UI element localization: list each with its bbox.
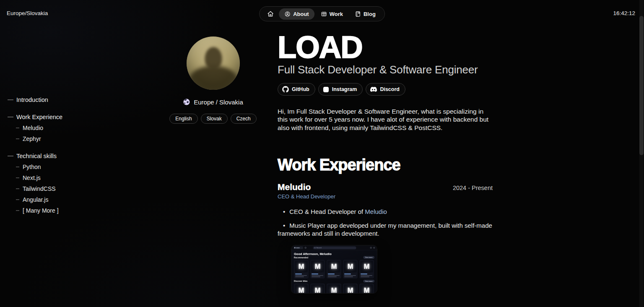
album-art: M [311,261,324,273]
app-section-label: Recommended [294,256,308,259]
nav-home-button[interactable] [263,8,278,20]
dash-icon [16,188,19,189]
app-search-placeholder: Search [317,247,322,249]
app-settings-icon [370,247,372,249]
album-card: M [294,260,309,279]
app-search-bar: Search [313,246,356,249]
album-card: M [310,260,325,279]
app-library-icon [305,247,306,249]
dash-icon [16,177,19,178]
dash-icon [8,117,13,117]
album-art: M [344,284,357,293]
toc-item-zephyr[interactable]: Zephyr [8,133,62,144]
album-card: M [359,260,374,279]
dash-icon [8,99,13,100]
album-card: M [294,284,309,293]
toc-item-many-more[interactable]: [ Many More ] [8,205,62,216]
github-icon [282,86,289,93]
language-pill-english[interactable]: English [169,114,197,124]
language-pill-czech[interactable]: Czech [231,114,257,124]
meludio-app-screenshot: Search Good Afternoon, Meludio Recommend… [291,245,377,293]
album-art: M [327,261,340,273]
app-topbar: Search [291,245,377,250]
bullet-icon: • [283,208,285,215]
toc-item-introduction[interactable]: Introduction [8,94,62,105]
discord-button-label: Discord [380,86,400,92]
app-profile-icon [374,247,375,249]
app-greeting: Good Afternoon, Meludio [294,252,374,256]
app-card-row: M M M M M [294,260,374,279]
home-icon [267,10,274,17]
album-art: M [295,261,308,273]
toc-label: Next.js [23,174,41,181]
album-card: M [327,260,341,279]
dash-icon [16,127,19,128]
album-art: M [360,261,373,273]
bullet-text: Music Player app developed under my mana… [278,222,492,237]
meludio-link[interactable]: Meludio [365,208,387,215]
toc-label: [ Many More ] [23,207,59,214]
dash-icon [16,210,19,211]
app-view-more-button: View more [363,256,374,259]
work-experience-heading: Work Experience [278,156,400,174]
page-subtitle: Full Stack Developer & Software Engineer [278,63,478,76]
timezone-label: Europe/Slovakia [7,10,48,16]
profile-location-label: Europe / Slovakia [194,99,243,106]
instagram-button-label: Instagram [332,86,357,92]
app-section-header: Discover titles View more [294,280,374,283]
page-title: LOAD [278,32,362,63]
work-bullets: •CEO & Head Developer of Meludio •Music … [278,208,493,243]
dash-icon [16,167,19,167]
toc-sidebar: Introduction Work Experience Meludio Zep… [8,94,62,216]
app-card-row: M M M M M [294,284,374,293]
app-section-header: Recommended View more [294,256,374,259]
toc-label: Technical skills [16,153,57,159]
social-buttons: GitHub Instagram Discord [278,83,405,96]
intro-paragraph: Hi, Im Full Stack Developer & Software E… [278,107,493,132]
instagram-icon [323,86,329,93]
album-card: M [343,260,358,279]
album-card: M [310,284,325,293]
dash-icon [16,199,19,200]
language-pill-slovak[interactable]: Slovak [201,114,228,124]
toc-item-technical-skills[interactable]: Technical skills [8,151,62,161]
toc-item-angularjs[interactable]: Angular.js [8,194,62,205]
bullet-icon: • [283,222,285,229]
toc-label: TailwindCSS [23,185,56,192]
search-icon [314,247,316,249]
toc-item-python[interactable]: Python [8,161,62,172]
app-home-label-bar [296,247,300,248]
album-art: M [295,284,308,293]
avatar [187,36,240,90]
album-art: M [344,261,357,273]
toc-label: Work Experience [16,114,62,120]
github-button[interactable]: GitHub [278,83,315,96]
meludio-app-ui: Search Good Afternoon, Meludio Recommend… [291,245,377,293]
language-pills: English Slovak Czech [171,114,255,124]
album-art: M [327,284,340,293]
discord-icon [370,86,377,93]
github-button-label: GitHub [292,86,309,92]
app-home-icon [294,247,296,249]
toc-item-tailwindcss[interactable]: TailwindCSS [8,183,62,194]
profile-location: Europe / Slovakia [171,98,255,106]
toc-item-meludio[interactable]: Meludio [8,122,62,133]
clock: 16:42:12 [613,10,635,16]
instagram-button[interactable]: Instagram [318,83,363,96]
job-role: CEO & Head Developer [278,193,335,200]
toc-label: Python [23,164,41,170]
album-card: M [343,284,358,293]
app-view-more-button: View more [363,280,374,283]
app-section-label: Discover titles [294,280,307,283]
toc-item-work-experience[interactable]: Work Experience [8,112,62,122]
discord-button[interactable]: Discord [366,83,405,96]
bullet-item: •CEO & Head Developer of Meludio [278,208,493,216]
toc-label: Angular.js [23,196,48,203]
avatar-silhouette-head [205,47,222,70]
globe-icon [183,98,190,106]
dash-icon [8,156,13,156]
bullet-text: CEO & Head Developer of [289,208,365,215]
work-entry-header: Meludio 2024 - Present [278,182,493,192]
scrollbar-thumb[interactable] [639,16,644,155]
toc-item-nextjs[interactable]: Next.js [8,172,62,183]
